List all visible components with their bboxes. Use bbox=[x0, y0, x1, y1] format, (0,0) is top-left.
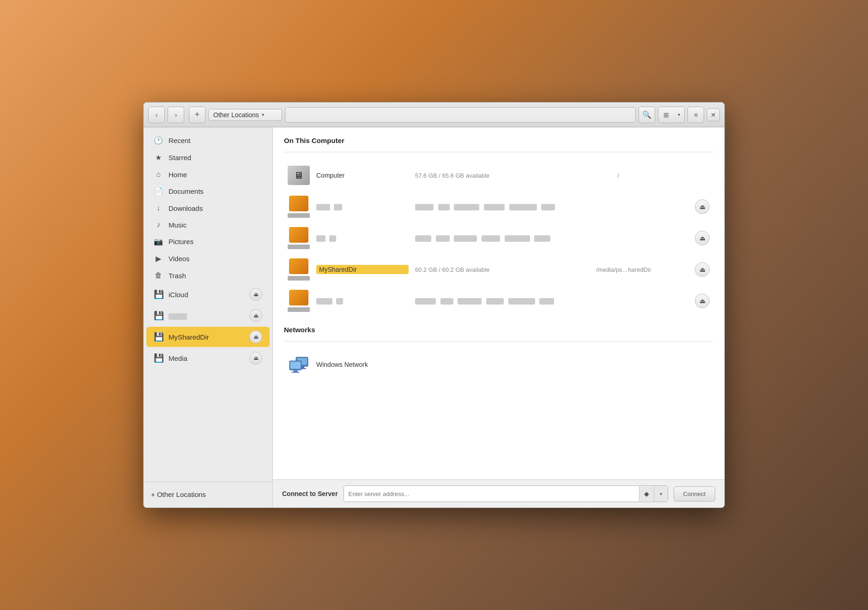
server-address-input[interactable] bbox=[344, 487, 639, 501]
star-icon: ★ bbox=[154, 153, 163, 162]
drive-icon: 💾 bbox=[154, 311, 163, 321]
search-icon: 🔍 bbox=[642, 110, 651, 119]
drive-icon-4 bbox=[288, 290, 310, 312]
view-dropdown-button[interactable]: ▾ bbox=[674, 107, 685, 123]
sidebar-item-pictures[interactable]: 📷 Pictures bbox=[146, 233, 270, 250]
sidebar-item-label: Recent bbox=[169, 137, 262, 144]
networks-divider bbox=[284, 341, 713, 341]
trash-icon: 🗑 bbox=[154, 271, 163, 280]
sidebar-item-label: Downloads bbox=[169, 204, 262, 212]
drive-icon: 💾 bbox=[154, 289, 163, 299]
drive-body bbox=[289, 290, 308, 305]
file-row-drive2[interactable]: ⏏ bbox=[284, 222, 713, 254]
sidebar: 🕐 Recent ★ Starred ⌂ Home 📄 Documents ↓ … bbox=[144, 127, 273, 508]
close-icon: ✕ bbox=[711, 111, 716, 119]
sidebar-item-music[interactable]: ♪ Music bbox=[146, 217, 270, 233]
sidebar-item-label: Documents bbox=[169, 187, 262, 195]
connect-button[interactable]: Connect bbox=[674, 486, 715, 502]
section-title-computer: On This Computer bbox=[284, 137, 713, 144]
file-info-computer: 57.6 GB / 65.8 GB available bbox=[415, 172, 611, 179]
address-bar[interactable] bbox=[285, 107, 636, 123]
sidebar-item-drive2[interactable]: 💾 ⏏ bbox=[146, 305, 270, 326]
file-row-myshareddir[interactable]: MySharedDir 60.2 GB / 60.2 GB available … bbox=[284, 254, 713, 285]
drive-body bbox=[289, 258, 308, 274]
file-row-computer[interactable]: 🖥 Computer 57.6 GB / 65.8 GB available / bbox=[284, 160, 713, 191]
sidebar-item-label: Home bbox=[169, 171, 262, 179]
drive-base bbox=[288, 276, 310, 281]
sidebar-drive-label bbox=[169, 311, 244, 319]
file-info-drive2 bbox=[415, 234, 688, 242]
file-name-drive2 bbox=[316, 234, 409, 242]
menu-icon: ≡ bbox=[694, 111, 698, 119]
network-icon bbox=[288, 353, 310, 376]
sidebar-item-recent[interactable]: 🕐 Recent bbox=[146, 132, 270, 149]
sidebar-item-label: Trash bbox=[169, 272, 262, 280]
file-row-drive1[interactable]: ⏏ bbox=[284, 191, 713, 222]
content-inner: On This Computer 🖥 Computer 57.6 GB / 65… bbox=[273, 127, 724, 479]
eject-button-drive2[interactable]: ⏏ bbox=[249, 309, 262, 322]
sidebar-item-media[interactable]: 💾 Media ⏏ bbox=[146, 348, 270, 368]
help-icon: ◆ bbox=[644, 490, 649, 497]
forward-button[interactable]: › bbox=[168, 107, 184, 123]
location-dropdown-icon: ▾ bbox=[262, 112, 264, 117]
file-name-drive1 bbox=[316, 203, 409, 210]
drive-body bbox=[289, 196, 308, 211]
file-row-drive4[interactable]: ⏏ bbox=[284, 285, 713, 317]
drive-icon: 💾 bbox=[154, 353, 163, 363]
file-name-windows-network: Windows Network bbox=[316, 361, 409, 368]
connect-label: Connect to Server bbox=[282, 490, 338, 497]
eject-button-drive4[interactable]: ⏏ bbox=[695, 293, 710, 308]
drive-base bbox=[288, 213, 310, 218]
file-manager-window: ‹ › + Other Locations ▾ 🔍 ⊞ ▾ ≡ ✕ bbox=[143, 102, 725, 508]
eject-button-drive2[interactable]: ⏏ bbox=[695, 231, 710, 245]
sidebar-item-label: Pictures bbox=[169, 238, 262, 245]
sidebar-item-videos[interactable]: ▶ Videos bbox=[146, 251, 270, 267]
drive-icon-2 bbox=[288, 227, 310, 249]
back-button[interactable]: ‹ bbox=[148, 107, 165, 123]
server-dropdown-button[interactable]: ▾ bbox=[654, 486, 668, 502]
file-path-computer: / bbox=[617, 172, 710, 179]
drive-icon: 💾 bbox=[154, 332, 163, 342]
sidebar-item-trash[interactable]: 🗑 Trash bbox=[146, 268, 270, 283]
eject-button-myshareddir[interactable]: ⏏ bbox=[695, 262, 710, 277]
sidebar-bottom: + Other Locations bbox=[144, 482, 272, 503]
file-name-drive4 bbox=[316, 297, 409, 305]
drive-base bbox=[288, 307, 310, 312]
sidebar-item-downloads[interactable]: ↓ Downloads bbox=[146, 200, 270, 216]
sidebar-item-home[interactable]: ⌂ Home bbox=[146, 167, 270, 182]
location-label: Other Locations bbox=[213, 111, 259, 119]
sidebar-item-icloud[interactable]: 💾 iCloud ⏏ bbox=[146, 284, 270, 305]
eject-button-icloud[interactable]: ⏏ bbox=[249, 288, 262, 301]
sidebar-item-other-locations[interactable]: + Other Locations bbox=[144, 486, 272, 503]
divider bbox=[284, 152, 713, 152]
video-icon: ▶ bbox=[154, 254, 163, 263]
server-help-button[interactable]: ◆ bbox=[639, 486, 654, 501]
close-button[interactable]: ✕ bbox=[707, 108, 720, 121]
sidebar-item-starred[interactable]: ★ Starred bbox=[146, 150, 270, 166]
svg-rect-7 bbox=[291, 372, 300, 373]
titlebar: ‹ › + Other Locations ▾ 🔍 ⊞ ▾ ≡ ✕ bbox=[144, 102, 724, 127]
file-path-myshareddir: /media/ps…haredDir bbox=[596, 266, 688, 273]
svg-rect-5 bbox=[290, 362, 301, 369]
sidebar-item-documents[interactable]: 📄 Documents bbox=[146, 183, 270, 199]
document-icon: 📄 bbox=[154, 187, 163, 196]
file-info-drive4 bbox=[415, 297, 688, 305]
search-button[interactable]: 🔍 bbox=[639, 107, 655, 123]
file-name-computer: Computer bbox=[316, 172, 409, 179]
new-tab-button[interactable]: + bbox=[189, 107, 205, 123]
server-input-wrap: ◆ ▾ bbox=[344, 485, 668, 502]
view-list-icon: ⊞ bbox=[663, 111, 669, 119]
sidebar-item-myshareddir[interactable]: 💾 MySharedDir ⏏ bbox=[146, 327, 270, 347]
menu-button[interactable]: ≡ bbox=[687, 107, 704, 123]
eject-button-media[interactable]: ⏏ bbox=[249, 352, 262, 365]
sidebar-item-label: Starred bbox=[169, 154, 262, 161]
eject-button-drive1[interactable]: ⏏ bbox=[695, 199, 710, 214]
sidebar-other-locations-label: + Other Locations bbox=[151, 490, 206, 498]
drive-icon-myshareddir bbox=[288, 258, 310, 281]
eject-button-myshareddir[interactable]: ⏏ bbox=[249, 330, 262, 343]
music-icon: ♪ bbox=[154, 221, 163, 229]
view-list-button[interactable]: ⊞ bbox=[658, 107, 675, 123]
file-row-windows-network[interactable]: Windows Network bbox=[284, 349, 713, 380]
location-bar[interactable]: Other Locations ▾ bbox=[208, 109, 282, 121]
connect-to-server-bar: Connect to Server ◆ ▾ Connect bbox=[273, 479, 724, 508]
